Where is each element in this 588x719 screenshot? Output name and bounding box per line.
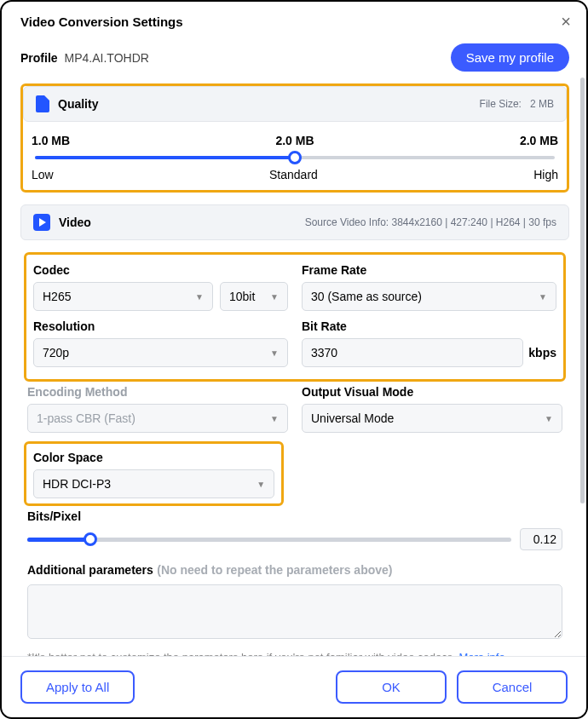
profile-row: Profile MP4.AI.TOHDR Save my profile <box>20 43 569 72</box>
output-mode-select[interactable]: Universal Mode▼ <box>302 404 562 433</box>
save-profile-button[interactable]: Save my profile <box>451 43 569 72</box>
dialog-title: Video Conversion Settings <box>20 14 183 29</box>
titlebar: Video Conversion Settings × <box>2 2 586 38</box>
bpp-value-input[interactable] <box>520 528 562 550</box>
bitrate-input[interactable] <box>302 338 523 367</box>
quality-low: Low <box>32 168 54 181</box>
ok-button[interactable]: OK <box>336 670 447 704</box>
encoding-label: Encoding Method <box>27 385 288 399</box>
filesize-value: 2 MB <box>530 98 554 110</box>
video-section-header: Video Source Video Info: 3844x2160 | 427… <box>20 204 569 240</box>
document-icon <box>36 95 49 112</box>
chevron-down-icon: ▼ <box>270 414 279 423</box>
encoding-select: 1-pass CBR (Fast)▼ <box>27 404 288 433</box>
resolution-select[interactable]: 720p▼ <box>33 338 288 367</box>
codec-bit-select[interactable]: 10bit▼ <box>220 282 288 311</box>
chevron-down-icon: ▼ <box>539 292 547 302</box>
settings-dialog: Video Conversion Settings × Profile MP4.… <box>0 0 588 719</box>
chevron-down-icon: ▼ <box>270 292 279 302</box>
content-scroll[interactable]: Profile MP4.AI.TOHDR Save my profile Qua… <box>2 38 586 656</box>
profile-name: MP4.AI.TOHDR <box>65 51 149 65</box>
scrollbar[interactable] <box>580 78 585 503</box>
output-mode-label: Output Visual Mode <box>302 385 562 399</box>
profile-label: Profile <box>20 51 58 65</box>
bpp-label: Bits/Pixel <box>27 509 562 523</box>
source-video-info: Source Video Info: 3844x2160 | 427:240 |… <box>305 216 556 228</box>
framerate-select[interactable]: 30 (Same as source)▼ <box>302 282 556 311</box>
quality-max: 2.0 MB <box>520 134 558 147</box>
play-icon <box>33 214 50 231</box>
quality-standard: Standard <box>269 168 318 181</box>
quality-mid: 2.0 MB <box>275 134 314 147</box>
apply-all-button[interactable]: Apply to All <box>20 670 135 704</box>
quality-slider[interactable] <box>35 156 555 159</box>
resolution-label: Resolution <box>33 319 288 333</box>
chevron-down-icon: ▼ <box>257 480 265 489</box>
video-title: Video <box>59 216 91 229</box>
filesize-label: File Size: <box>480 98 522 110</box>
bpp-slider[interactable] <box>27 538 511 542</box>
additional-params-label: Additional parameters <box>27 563 153 577</box>
quality-min: 1.0 MB <box>32 134 70 147</box>
close-icon[interactable]: × <box>561 12 571 32</box>
colorspace-highlight: Color Space HDR DCI-P3▼ <box>24 441 284 506</box>
chevron-down-icon: ▼ <box>545 414 553 423</box>
chevron-down-icon: ▼ <box>270 348 279 358</box>
bpp-thumb[interactable] <box>84 532 97 546</box>
footer: Apply to All OK Cancel <box>2 656 586 717</box>
video-body: Codec H265▼ 10bit▼ Frame Rate 30 (Same a… <box>20 240 569 656</box>
more-info-link[interactable]: More info... <box>458 651 514 656</box>
bitrate-label: Bit Rate <box>302 319 556 333</box>
quality-title: Quality <box>58 97 98 111</box>
codec-label: Codec <box>33 263 288 277</box>
quality-high: High <box>533 168 558 181</box>
codec-select[interactable]: H265▼ <box>33 282 213 311</box>
cancel-button[interactable]: Cancel <box>457 670 568 704</box>
additional-params-input[interactable] <box>27 584 562 639</box>
slider-thumb[interactable] <box>288 151 302 164</box>
bitrate-unit: kbps <box>528 346 556 360</box>
quality-section: Quality File Size: 2 MB 1.0 MB 2.0 MB 2.… <box>20 83 569 193</box>
highlighted-settings: Codec H265▼ 10bit▼ Frame Rate 30 (Same a… <box>24 252 566 382</box>
framerate-label: Frame Rate <box>302 263 556 277</box>
colorspace-select[interactable]: HDR DCI-P3▼ <box>33 469 274 498</box>
chevron-down-icon: ▼ <box>195 292 204 302</box>
colorspace-label: Color Space <box>33 451 274 464</box>
additional-params-hint: (No need to repeat the parameters above) <box>157 563 392 577</box>
footer-note: *It's better not to customize the parame… <box>24 651 566 656</box>
